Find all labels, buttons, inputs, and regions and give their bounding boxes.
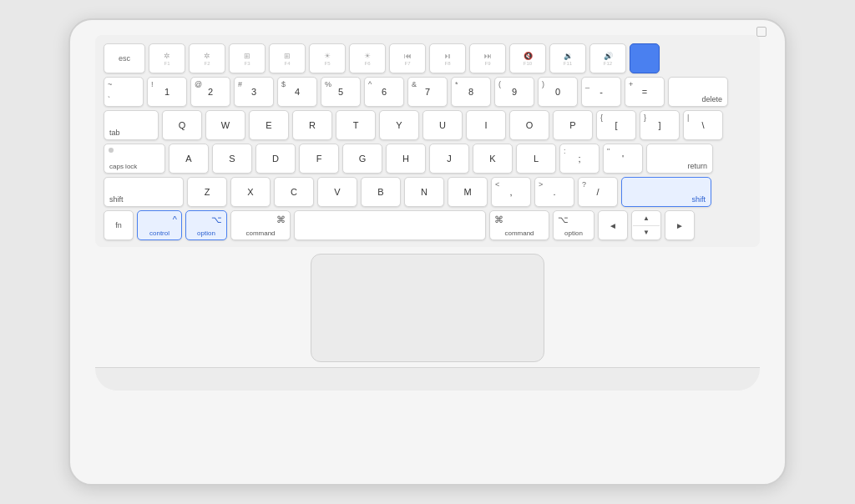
- key-minus[interactable]: _ -: [581, 77, 621, 107]
- key-3[interactable]: # 3: [234, 77, 274, 107]
- key-7[interactable]: & 7: [407, 77, 448, 107]
- key-8[interactable]: * 8: [451, 77, 491, 107]
- touchpad[interactable]: [311, 254, 544, 362]
- key-arrow-right[interactable]: ►: [665, 210, 695, 240]
- keyboard: esc ✲ F1 ✲ F2 ⊞ F3 ⊞ F4 ☀ F5: [95, 35, 760, 247]
- key-4[interactable]: $ 4: [277, 77, 317, 107]
- key-equals[interactable]: + =: [625, 77, 665, 107]
- key-m[interactable]: M: [448, 177, 488, 207]
- key-f10[interactable]: 🔇 F10: [509, 43, 546, 73]
- key-shift-left[interactable]: shift: [104, 177, 184, 207]
- key-i[interactable]: I: [466, 110, 506, 140]
- key-f6[interactable]: ☀ F6: [349, 43, 386, 73]
- key-k[interactable]: K: [473, 144, 513, 174]
- laptop-body: esc ✲ F1 ✲ F2 ⊞ F3 ⊞ F4 ☀ F5: [68, 18, 787, 486]
- key-period[interactable]: > .: [534, 177, 574, 207]
- key-b[interactable]: B: [361, 177, 401, 207]
- key-power[interactable]: [630, 43, 660, 73]
- key-capslock[interactable]: caps lock: [104, 144, 165, 174]
- key-option-right[interactable]: ⌥ option: [553, 210, 594, 240]
- key-quote[interactable]: " ': [603, 144, 643, 174]
- key-h[interactable]: H: [386, 144, 426, 174]
- key-arrow-left[interactable]: ◄: [598, 210, 628, 240]
- key-1[interactable]: ! 1: [147, 77, 187, 107]
- key-tab[interactable]: tab: [104, 110, 159, 140]
- key-5[interactable]: % 5: [321, 77, 361, 107]
- key-f3[interactable]: ⊞ F3: [229, 43, 266, 73]
- key-f5[interactable]: ☀ F5: [309, 43, 346, 73]
- shift-row: shift Z X C V B N M < , > . ? / shift: [104, 177, 751, 207]
- key-command-right[interactable]: ⌘ command: [489, 210, 549, 240]
- key-shift-right[interactable]: shift: [621, 177, 711, 207]
- key-e[interactable]: E: [249, 110, 289, 140]
- key-space[interactable]: [294, 210, 486, 240]
- key-lbracket[interactable]: { [: [596, 110, 636, 140]
- key-9[interactable]: ( 9: [494, 77, 534, 107]
- key-u[interactable]: U: [422, 110, 463, 140]
- laptop-bottom-bar: [95, 367, 760, 391]
- key-o[interactable]: O: [509, 110, 549, 140]
- key-command-left[interactable]: ⌘ command: [230, 210, 291, 240]
- key-f9[interactable]: ⏭ F9: [469, 43, 506, 73]
- key-v[interactable]: V: [317, 177, 357, 207]
- key-c[interactable]: C: [274, 177, 314, 207]
- key-f7[interactable]: ⏮ F7: [389, 43, 426, 73]
- key-esc[interactable]: esc: [104, 43, 145, 73]
- key-n[interactable]: N: [404, 177, 444, 207]
- qwerty-row: tab Q W E R T Y U I O P { [ } ] | \: [104, 110, 751, 140]
- key-f2[interactable]: ✲ F2: [189, 43, 225, 73]
- key-a[interactable]: A: [169, 144, 209, 174]
- key-y[interactable]: Y: [379, 110, 419, 140]
- key-backslash[interactable]: | \: [683, 110, 723, 140]
- key-l[interactable]: L: [516, 144, 556, 174]
- function-row: esc ✲ F1 ✲ F2 ⊞ F3 ⊞ F4 ☀ F5: [104, 43, 751, 73]
- modifier-row: fn ^ control ⌥ option ⌘ command ⌘ comm: [104, 210, 751, 240]
- key-t[interactable]: T: [336, 110, 376, 140]
- key-p[interactable]: P: [553, 110, 593, 140]
- key-arrow-updown[interactable]: ▲ ▼: [631, 210, 661, 240]
- key-f11[interactable]: 🔉 F11: [549, 43, 586, 73]
- key-j[interactable]: J: [429, 144, 469, 174]
- key-f1[interactable]: ✲ F1: [149, 43, 185, 73]
- key-backtick[interactable]: ~ `: [104, 77, 144, 107]
- key-0[interactable]: ) 0: [538, 77, 578, 107]
- key-z[interactable]: Z: [187, 177, 227, 207]
- key-rbracket[interactable]: } ]: [640, 110, 680, 140]
- number-row: ~ ` ! 1 @ 2 # 3 $ 4 % 5: [104, 77, 751, 107]
- key-option-left[interactable]: ⌥ option: [185, 210, 227, 240]
- key-6[interactable]: ^ 6: [364, 77, 404, 107]
- key-f[interactable]: F: [299, 144, 339, 174]
- key-w[interactable]: W: [205, 110, 245, 140]
- key-semicolon[interactable]: : ;: [559, 144, 600, 174]
- home-row: caps lock A S D F G H J K L : ; " ' retu…: [104, 144, 751, 174]
- key-control[interactable]: ^ control: [137, 210, 182, 240]
- key-f12[interactable]: 🔊 F12: [589, 43, 626, 73]
- key-d[interactable]: D: [255, 144, 296, 174]
- key-g[interactable]: G: [342, 144, 382, 174]
- key-f4[interactable]: ⊞ F4: [269, 43, 306, 73]
- key-delete[interactable]: delete: [668, 77, 728, 107]
- key-f8[interactable]: ⏯ F8: [429, 43, 466, 73]
- key-comma[interactable]: < ,: [491, 177, 531, 207]
- key-return[interactable]: return: [646, 144, 713, 174]
- key-2[interactable]: @ 2: [190, 77, 230, 107]
- key-fn[interactable]: fn: [104, 210, 134, 240]
- key-slash[interactable]: ? /: [578, 177, 618, 207]
- key-q[interactable]: Q: [162, 110, 202, 140]
- key-x[interactable]: X: [230, 177, 271, 207]
- key-r[interactable]: R: [292, 110, 332, 140]
- key-s[interactable]: S: [212, 144, 252, 174]
